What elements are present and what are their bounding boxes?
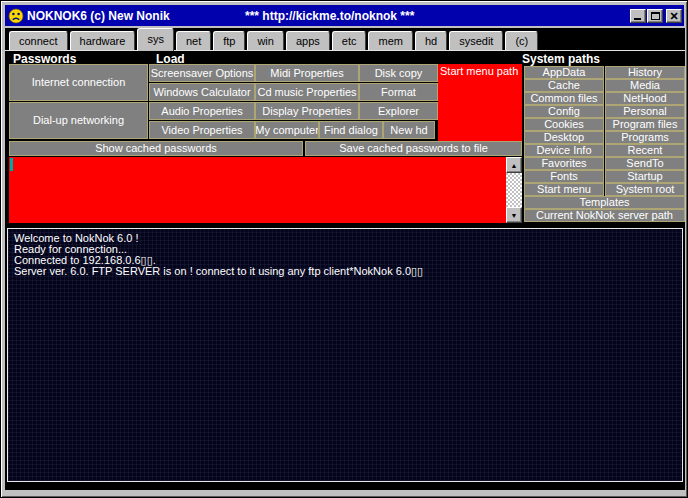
cached-passwords-listbox[interactable]: ▲ ▼ <box>9 157 522 223</box>
tab-mem[interactable]: mem <box>368 31 412 50</box>
log-line: Server ver. 6.0. FTP SERVER is on ! conn… <box>14 266 682 277</box>
tab-hardware[interactable]: hardware <box>70 31 136 50</box>
dialup-networking-button[interactable]: Dial-up networking <box>9 102 148 139</box>
common-files-button[interactable]: Common files <box>524 92 604 105</box>
find-dialog-button[interactable]: Find dialog <box>319 121 383 139</box>
maximize-icon <box>651 12 660 20</box>
explorer-button[interactable]: Explorer <box>359 102 438 120</box>
window-title-url: *** http://kickme.to/noknok *** <box>245 9 414 23</box>
noknok-window: NOKNOK6 (c) New Nonik *** http://kickme.… <box>0 0 688 498</box>
tab-net[interactable]: net <box>176 31 211 50</box>
tab-copyright[interactable]: (c) <box>505 31 538 50</box>
title-bar[interactable]: NOKNOK6 (c) New Nonik *** http://kickme.… <box>5 5 684 26</box>
history-button[interactable]: History <box>605 66 685 79</box>
windows-calculator-button[interactable]: Windows Calculator <box>149 83 255 101</box>
favorites-button[interactable]: Favorites <box>524 157 604 170</box>
show-cached-passwords-button[interactable]: Show cached passwords <box>9 141 303 156</box>
sad-smiley-icon[interactable] <box>8 8 24 24</box>
scroll-up-button[interactable]: ▲ <box>506 157 522 173</box>
client-area: connect hardware sys net ftp win apps et… <box>5 28 685 490</box>
tab-hd[interactable]: hd <box>415 31 447 50</box>
tab-sys[interactable]: sys <box>137 28 174 51</box>
format-button[interactable]: Format <box>359 83 438 101</box>
media-button[interactable]: Media <box>605 79 685 92</box>
programs-button[interactable]: Programs <box>605 131 685 144</box>
internet-connection-button[interactable]: Internet connection <box>9 64 148 101</box>
start-menu-path-label: Start menu path <box>440 65 518 77</box>
cd-music-properties-button[interactable]: Cd music Properties <box>255 83 359 101</box>
screensaver-options-button[interactable]: Screensaver Options <box>149 64 255 82</box>
window-controls: ✕ <box>629 9 682 23</box>
system-paths-header: System paths <box>522 52 600 66</box>
system-root-button[interactable]: System root <box>605 183 685 196</box>
program-files-button[interactable]: Program files <box>605 118 685 131</box>
recent-button[interactable]: Recent <box>605 144 685 157</box>
fonts-button[interactable]: Fonts <box>524 170 604 183</box>
close-icon: ✕ <box>669 11 678 21</box>
appdata-button[interactable]: AppData <box>524 66 604 79</box>
my-computer-button[interactable]: My computer <box>255 121 319 139</box>
config-button[interactable]: Config <box>524 105 604 118</box>
start-menu-path-panel[interactable]: Start menu path <box>438 64 522 141</box>
scroll-down-icon: ▼ <box>511 212 518 219</box>
maximize-button[interactable] <box>647 9 663 23</box>
video-properties-button[interactable]: Video Properties <box>149 121 255 139</box>
startup-button[interactable]: Startup <box>605 170 685 183</box>
personal-button[interactable]: Personal <box>605 105 685 118</box>
start-menu-button[interactable]: Start menu <box>524 183 604 196</box>
disk-copy-button[interactable]: Disk copy <box>359 64 438 82</box>
tab-apps[interactable]: apps <box>286 31 330 50</box>
nethood-button[interactable]: NetHood <box>605 92 685 105</box>
listbox-scrollbar[interactable]: ▲ ▼ <box>506 157 522 223</box>
tab-bar: connect hardware sys net ftp win apps et… <box>5 28 685 51</box>
cache-button[interactable]: Cache <box>524 79 604 92</box>
log-console[interactable]: Welcome to NokNok 6.0 ! Ready for connec… <box>7 228 683 482</box>
tab-sysedit[interactable]: sysedit <box>449 31 503 50</box>
save-cached-passwords-button[interactable]: Save cached passwords to file <box>305 141 522 156</box>
tab-ftp[interactable]: ftp <box>213 31 245 50</box>
cookies-button[interactable]: Cookies <box>524 118 604 131</box>
minimize-icon <box>634 18 641 20</box>
window-title: NOKNOK6 (c) New Nonik <box>27 9 170 23</box>
audio-properties-button[interactable]: Audio Properties <box>149 102 255 120</box>
scroll-up-icon: ▲ <box>511 162 518 169</box>
sendto-button[interactable]: SendTo <box>605 157 685 170</box>
listbox-caret <box>10 158 13 171</box>
new-hd-button[interactable]: New hd <box>383 121 435 139</box>
tab-win[interactable]: win <box>247 31 284 50</box>
tab-etc[interactable]: etc <box>332 31 367 50</box>
templates-button[interactable]: Templates <box>524 196 685 209</box>
close-button[interactable]: ✕ <box>666 9 682 23</box>
desktop-button[interactable]: Desktop <box>524 131 604 144</box>
minimize-button[interactable] <box>630 9 646 23</box>
display-properties-button[interactable]: Display Properties <box>255 102 359 120</box>
device-info-button[interactable]: Device Info <box>524 144 604 157</box>
midi-properties-button[interactable]: Midi Properties <box>255 64 359 82</box>
tab-connect[interactable]: connect <box>9 31 68 50</box>
current-server-path-button[interactable]: Current NokNok server path <box>524 209 685 222</box>
scroll-down-button[interactable]: ▼ <box>506 207 522 223</box>
